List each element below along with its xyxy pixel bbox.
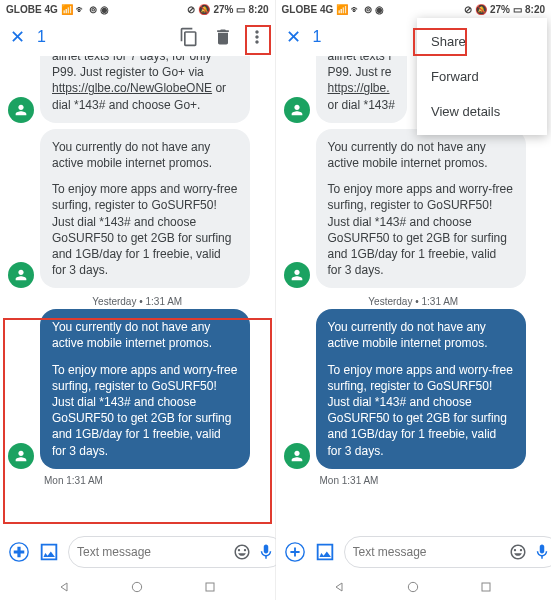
- message-list: allnet texts for 7 days, for only P99. J…: [0, 56, 275, 530]
- nav-home-icon[interactable]: [405, 579, 421, 595]
- clock: 8:20: [248, 4, 268, 15]
- message-input-wrap: [68, 536, 284, 568]
- avatar: [284, 97, 310, 123]
- emoji-icon[interactable]: [233, 543, 251, 561]
- delete-icon[interactable]: [213, 27, 233, 47]
- avatar: [8, 262, 34, 288]
- nav-bar: [0, 574, 275, 600]
- menu-view-details[interactable]: View details: [417, 94, 547, 129]
- clock: 8:20: [525, 4, 545, 15]
- menu-forward[interactable]: Forward: [417, 59, 547, 94]
- message-bubble[interactable]: allnet texts for 7 days, for only P99. J…: [40, 56, 250, 123]
- signal-icon: 📶: [336, 4, 348, 15]
- link[interactable]: https://glbe.co/NewGlobeONE: [52, 81, 212, 95]
- svg-point-0: [133, 582, 142, 591]
- context-menu: Share Forward View details: [417, 18, 547, 135]
- battery-pct: 27%: [213, 4, 233, 15]
- message-bubble[interactable]: allnet texts f P99. Just re https://glbe…: [316, 56, 407, 123]
- nav-back-icon[interactable]: [332, 579, 348, 595]
- message-bubble[interactable]: You currently do not have any active mob…: [316, 129, 526, 289]
- messenger-icon: ◉: [375, 4, 384, 15]
- add-icon[interactable]: [284, 541, 306, 563]
- nav-home-icon[interactable]: [129, 579, 145, 595]
- message-input-wrap: [344, 536, 552, 568]
- nav-recent-icon[interactable]: [478, 579, 494, 595]
- dnd-icon: 🔕: [198, 4, 210, 15]
- close-selection-button[interactable]: ✕: [8, 26, 27, 48]
- avatar: [8, 97, 34, 123]
- nav-recent-icon[interactable]: [202, 579, 218, 595]
- selection-count: 1: [313, 28, 322, 46]
- message-input[interactable]: [77, 545, 227, 559]
- voicemail-icon: ⊚: [89, 4, 97, 15]
- wifi-icon: ᯤ: [76, 4, 86, 15]
- alarm-off-icon: ⊘: [464, 4, 472, 15]
- alarm-off-icon: ⊘: [187, 4, 195, 15]
- messenger-icon: ◉: [100, 4, 109, 15]
- menu-share[interactable]: Share: [417, 24, 547, 59]
- composer: [276, 530, 552, 574]
- svg-rect-4: [482, 583, 490, 591]
- add-icon[interactable]: [8, 541, 30, 563]
- close-selection-button[interactable]: ✕: [284, 26, 303, 48]
- signal-icon: 📶: [61, 4, 73, 15]
- timestamp: Yesterday • 1:31 AM: [8, 296, 267, 307]
- mic-icon[interactable]: [533, 543, 551, 561]
- carrier: GLOBE: [282, 4, 318, 15]
- copy-icon[interactable]: [179, 27, 199, 47]
- svg-rect-1: [206, 583, 214, 591]
- more-icon[interactable]: [247, 27, 267, 47]
- message-bubble[interactable]: You currently do not have any active mob…: [40, 129, 250, 289]
- voicemail-icon: ⊚: [364, 4, 372, 15]
- timestamp: Mon 1:31 AM: [320, 475, 544, 486]
- gallery-icon[interactable]: [38, 541, 60, 563]
- status-bar: GLOBE 4G 📶 ᯤ ⊚ ◉ ⊘ 🔕 27% ▭ 8:20: [276, 0, 552, 18]
- emoji-icon[interactable]: [509, 543, 527, 561]
- message-input[interactable]: [353, 545, 503, 559]
- wifi-icon: ᯤ: [351, 4, 361, 15]
- nav-back-icon[interactable]: [57, 579, 73, 595]
- selection-toolbar: ✕ 1: [0, 18, 275, 56]
- net-type: 4G: [320, 4, 333, 15]
- svg-point-3: [409, 582, 418, 591]
- nav-bar: [276, 574, 552, 600]
- carrier: GLOBE: [6, 4, 42, 15]
- avatar: [284, 262, 310, 288]
- timestamp: Yesterday • 1:31 AM: [284, 296, 544, 307]
- dnd-icon: 🔕: [475, 4, 487, 15]
- net-type: 4G: [45, 4, 58, 15]
- battery-pct: 27%: [490, 4, 510, 15]
- composer: [0, 530, 275, 574]
- selection-count: 1: [37, 28, 46, 46]
- message-bubble-selected[interactable]: You currently do not have any active mob…: [40, 309, 250, 469]
- avatar: [284, 443, 310, 469]
- battery-icon: ▭: [513, 4, 522, 15]
- status-bar: GLOBE 4G 📶 ᯤ ⊚ ◉ ⊘ 🔕 27% ▭ 8:20: [0, 0, 275, 18]
- avatar: [8, 443, 34, 469]
- message-bubble-selected[interactable]: You currently do not have any active mob…: [316, 309, 526, 469]
- timestamp: Mon 1:31 AM: [44, 475, 267, 486]
- gallery-icon[interactable]: [314, 541, 336, 563]
- mic-icon[interactable]: [257, 543, 275, 561]
- battery-icon: ▭: [236, 4, 245, 15]
